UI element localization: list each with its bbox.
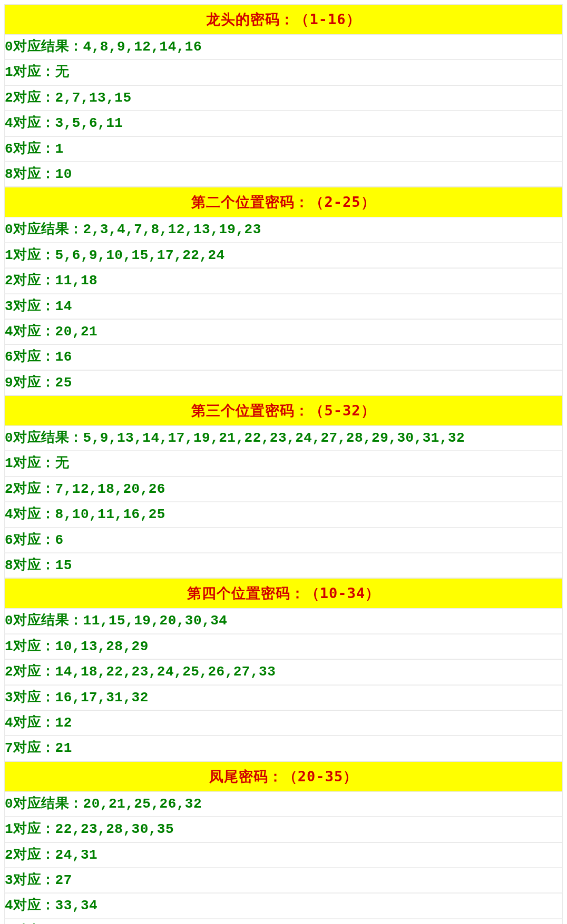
data-row: 2对应：2,7,13,15 bbox=[4, 85, 563, 111]
data-row: 6对应：16 bbox=[4, 344, 563, 370]
data-row: 0对应结果：4,8,9,12,14,16 bbox=[4, 34, 563, 59]
section-header: 第三个位置密码：（5-32） bbox=[4, 395, 563, 425]
data-row: 6对应：29 bbox=[4, 919, 563, 924]
data-row: 2对应：24,31 bbox=[4, 842, 563, 868]
data-row: 3对应：16,17,31,32 bbox=[4, 685, 563, 710]
data-row: 4对应：8,10,11,16,25 bbox=[4, 502, 563, 527]
data-row: 1对应：22,23,28,30,35 bbox=[4, 817, 563, 842]
data-row: 6对应：1 bbox=[4, 136, 563, 162]
data-row: 2对应：11,18 bbox=[4, 268, 563, 293]
main-container: 龙头的密码：（1-16）0对应结果：4,8,9,12,14,161对应：无2对应… bbox=[0, 0, 567, 924]
data-row: 4对应：12 bbox=[4, 710, 563, 736]
data-row: 2对应：7,12,18,20,26 bbox=[4, 476, 563, 502]
data-row: 4对应：20,21 bbox=[4, 319, 563, 344]
data-row: 4对应：3,5,6,11 bbox=[4, 111, 563, 136]
data-row: 7对应：21 bbox=[4, 736, 563, 761]
section-3: 第四个位置密码：（10-34）0对应结果：11,15,19,20,30,341对… bbox=[4, 578, 563, 761]
section-header: 龙头的密码：（1-16） bbox=[4, 4, 563, 34]
data-row: 9对应：25 bbox=[4, 370, 563, 395]
data-row: 1对应：无 bbox=[4, 59, 563, 85]
data-row: 4对应：33,34 bbox=[4, 893, 563, 918]
section-4: 凤尾密码：（20-35）0对应结果：20,21,25,26,321对应：22,2… bbox=[4, 761, 563, 924]
data-row: 8对应：15 bbox=[4, 553, 563, 578]
section-header: 凤尾密码：（20-35） bbox=[4, 761, 563, 791]
data-row: 1对应：无 bbox=[4, 451, 563, 476]
data-row: 6对应：6 bbox=[4, 528, 563, 553]
section-2: 第三个位置密码：（5-32）0对应结果：5,9,13,14,17,19,21,2… bbox=[4, 395, 563, 578]
data-row: 1对应：10,13,28,29 bbox=[4, 634, 563, 659]
section-0: 龙头的密码：（1-16）0对应结果：4,8,9,12,14,161对应：无2对应… bbox=[4, 4, 563, 187]
section-header: 第四个位置密码：（10-34） bbox=[4, 578, 563, 608]
data-row: 0对应结果：20,21,25,26,32 bbox=[4, 791, 563, 817]
data-row: 2对应：14,18,22,23,24,25,26,27,33 bbox=[4, 659, 563, 684]
data-row: 0对应结果：2,3,4,7,8,12,13,19,23 bbox=[4, 217, 563, 242]
section-header: 第二个位置密码：（2-25） bbox=[4, 187, 563, 217]
data-row: 8对应：10 bbox=[4, 162, 563, 187]
data-row: 3对应：14 bbox=[4, 294, 563, 319]
data-row: 0对应结果：11,15,19,20,30,34 bbox=[4, 608, 563, 633]
data-row: 3对应：27 bbox=[4, 868, 563, 893]
data-row: 0对应结果：5,9,13,14,17,19,21,22,23,24,27,28,… bbox=[4, 425, 563, 451]
section-1: 第二个位置密码：（2-25）0对应结果：2,3,4,7,8,12,13,19,2… bbox=[4, 187, 563, 395]
data-row: 1对应：5,6,9,10,15,17,22,24 bbox=[4, 243, 563, 268]
